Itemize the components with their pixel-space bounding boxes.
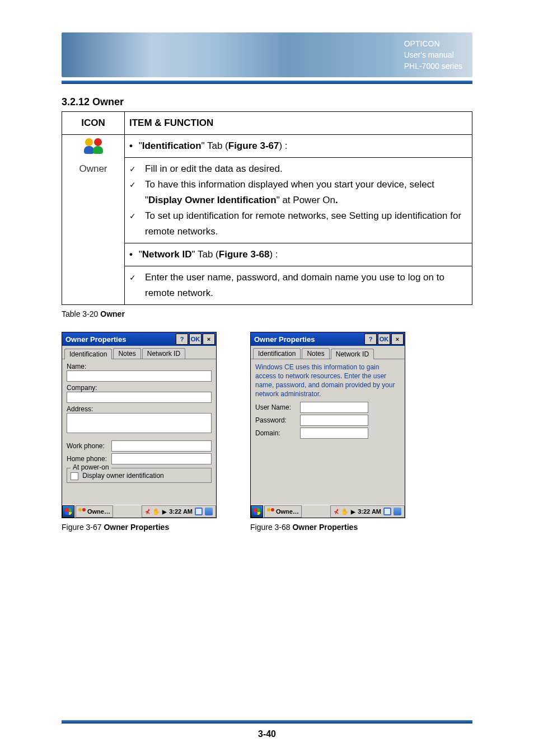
client-area: Name: Company: Address: Work phone: Home…: [62, 359, 216, 505]
col-function: ITEM & FUNCTION: [125, 112, 472, 135]
address-input[interactable]: [67, 413, 212, 433]
function-table: ICON ITEM & FUNCTION Owner "Identificati…: [62, 111, 472, 305]
ok-button[interactable]: OK: [378, 334, 390, 345]
window-title: Owner Properties: [254, 335, 315, 344]
t2: ) :: [279, 140, 287, 151]
header-rule: [62, 81, 472, 84]
power-on-group: At power-on Display owner identification: [67, 468, 212, 483]
pre: Table 3-20: [62, 309, 100, 318]
doc-line-3: PHL-7000 series: [404, 60, 462, 72]
desktop-icon[interactable]: [383, 508, 391, 515]
titlebar: Owner Properties ? OK ×: [62, 332, 216, 346]
tab-network-id[interactable]: Network ID: [331, 349, 374, 359]
close-button[interactable]: ×: [203, 334, 215, 345]
display-owner-checkbox[interactable]: [71, 472, 78, 480]
address-label: Address:: [67, 405, 212, 413]
work-phone-input[interactable]: [111, 440, 212, 452]
display-owner-label: Display owner identification: [82, 472, 163, 480]
tab2-body: Enter the user name, password, and domai…: [125, 266, 472, 305]
password-input[interactable]: [300, 415, 368, 426]
tab-bar: Identification Notes Network ID: [62, 346, 216, 359]
help-button[interactable]: ?: [176, 334, 188, 345]
tab2-header: "Network ID" Tab (Figure 3-68) :: [125, 243, 472, 266]
ok-button[interactable]: OK: [189, 334, 202, 345]
clock: 3:22 AM: [169, 508, 193, 515]
task-label: Owne…: [276, 508, 299, 515]
tab-notes[interactable]: Notes: [302, 348, 329, 359]
work-phone-label: Work phone:: [67, 442, 111, 450]
t2: ) :: [269, 249, 278, 260]
home-phone-input[interactable]: [111, 453, 212, 464]
window-owner-networkid: Owner Properties ? OK × Identification N…: [250, 332, 405, 518]
start-button[interactable]: [251, 505, 263, 518]
tab1-fig: Figure 3-67: [228, 140, 279, 151]
client-area: Windows CE uses this information to gain…: [251, 359, 405, 505]
tab2-fig: Figure 3-68: [219, 249, 270, 260]
page-number: 3-40: [0, 729, 534, 739]
company-input[interactable]: [67, 392, 212, 403]
window-owner-identification: Owner Properties ? OK × Identification N…: [62, 332, 217, 518]
table-caption: Table 3-20 Owner: [62, 309, 472, 318]
doc-line-2: User's manual: [404, 49, 462, 60]
windows-icon: [65, 508, 72, 515]
owner-mini-icon: [78, 508, 86, 515]
bold: Owner: [100, 309, 125, 318]
tab-identification[interactable]: Identification: [253, 348, 301, 359]
password-label: Password:: [255, 416, 300, 424]
close-button[interactable]: ×: [391, 334, 404, 345]
taskbar-app-owner[interactable]: Owne…: [264, 505, 302, 518]
titlebar: Owner Properties ? OK ×: [251, 332, 405, 346]
tab1-body: Fill in or edit the data as desired. To …: [125, 158, 472, 243]
windows-icon: [254, 508, 260, 515]
bluetooth-icon: ⊀: [334, 508, 339, 515]
tab1-header: "Identification" Tab (Figure 3-67) :: [125, 135, 472, 158]
name-input[interactable]: [67, 370, 212, 382]
col-icon: ICON: [62, 112, 125, 135]
hand-icon: ✋: [341, 508, 349, 515]
bold: Owner Properties: [292, 523, 358, 532]
item-1: Fill in or edit the data as desired.: [129, 161, 467, 177]
figure-68: Owner Properties ? OK × Identification N…: [250, 332, 405, 532]
t: " Tab (: [202, 140, 228, 151]
bluetooth-icon: ⊀: [145, 508, 150, 515]
taskbar-app-owner[interactable]: Owne…: [76, 505, 113, 518]
figure-68-caption: Figure 3-68 Owner Properties: [250, 523, 405, 532]
network-icon[interactable]: [205, 508, 213, 515]
item-3: To set up identification for remote netw…: [129, 208, 467, 240]
window-title: Owner Properties: [65, 335, 126, 344]
desktop-icon[interactable]: [195, 508, 203, 515]
tab-network-id[interactable]: Network ID: [142, 348, 185, 359]
header-banner: OPTICON User's manual PHL-7000 series: [62, 32, 472, 77]
arrow-icon: ▶: [162, 509, 167, 515]
system-tray[interactable]: ⊀ ✋ ▶ 3:22 AM: [330, 505, 405, 518]
tab2-name: Network ID: [142, 249, 192, 260]
pre: Figure 3-68: [250, 523, 292, 532]
start-button[interactable]: [62, 505, 74, 518]
user-name-label: User Name:: [255, 403, 300, 411]
help-button[interactable]: ?: [364, 334, 377, 345]
domain-input[interactable]: [300, 428, 368, 439]
owner-mini-icon: [267, 508, 275, 515]
tab1-name: Identification: [142, 140, 202, 151]
user-name-input[interactable]: [300, 402, 368, 413]
taskbar: Owne… ⊀ ✋ ▶ 3:22 AM: [62, 505, 216, 518]
task-label: Owne…: [87, 508, 110, 515]
arrow-icon: ▶: [351, 509, 355, 515]
dot: .: [335, 195, 338, 205]
section-heading: 3.2.12 Owner: [62, 96, 472, 108]
power-on-legend: At power-on: [71, 463, 111, 471]
brand-text: OPTICON: [404, 38, 462, 49]
pre: Figure 3-67: [62, 523, 104, 532]
info-text: Windows CE uses this information to gain…: [255, 363, 400, 398]
figure-67-caption: Figure 3-67 Owner Properties: [62, 523, 217, 532]
network-icon[interactable]: [394, 508, 401, 515]
tab-identification[interactable]: Identification: [64, 349, 112, 359]
owner-icon: [84, 138, 103, 154]
tab-notes[interactable]: Notes: [113, 348, 140, 359]
system-tray[interactable]: ⊀ ✋ ▶ 3:22 AM: [142, 505, 216, 518]
footer-rule: [62, 720, 472, 724]
name-label: Name:: [67, 363, 212, 370]
home-phone-label: Home phone:: [67, 455, 111, 463]
taskbar: Owne… ⊀ ✋ ▶ 3:22 AM: [251, 505, 405, 518]
icon-cell: Owner: [62, 135, 125, 305]
